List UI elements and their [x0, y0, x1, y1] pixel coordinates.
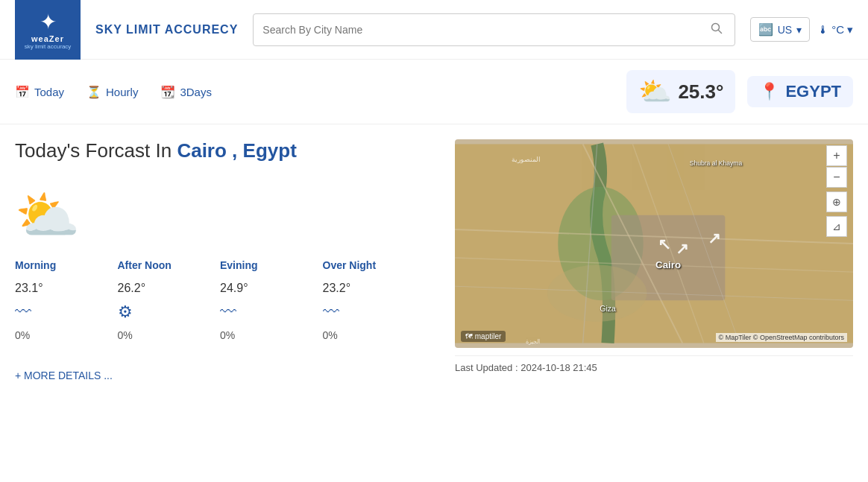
forecast-city: Cairo [177, 139, 226, 162]
pin-icon: 📍 [759, 82, 779, 101]
temp-unit-label: °C [831, 23, 844, 36]
map-attribution-text: © MapTiler © OpenStreetMap contributors [719, 334, 845, 341]
search-icon [711, 22, 723, 34]
period-col: Over Night 23.2° 〰 0% [323, 253, 426, 347]
map-logo: 🗺 maptiler [461, 331, 506, 342]
current-weather-icon: ⛅ [638, 76, 672, 107]
nav-tabs: 📅 Today ⏳ Hourly 📆 3Days [15, 82, 212, 102]
hourglass-icon: ⏳ [87, 85, 101, 99]
main-content: Today's Forcast In Cairo , Egypt ⛅ Morni… [0, 124, 868, 381]
forecast-title: Today's Forcast In Cairo , Egypt [15, 139, 425, 162]
period-temp: 26.2° [118, 282, 221, 295]
map-compass-button[interactable]: ⊕ [826, 191, 847, 212]
header-right: 🔤 US ▾ 🌡 °C ▾ [750, 17, 853, 42]
period-precip: 0% [220, 329, 323, 341]
map-zoom-in-button[interactable]: + [826, 145, 847, 166]
last-updated-value: 2024-10-18 21:45 [521, 362, 597, 373]
map-attribution: © MapTiler © OpenStreetMap contributors [716, 333, 848, 342]
more-details-label: + MORE DETAILS ... [15, 370, 113, 381]
current-location: EGYPT [785, 82, 841, 101]
calendar3-icon: 📆 [160, 85, 175, 99]
period-col: Morning 23.1° 〰 0% [15, 253, 118, 347]
period-precip: 0% [323, 329, 426, 341]
svg-text:↗: ↗ [708, 229, 721, 247]
current-temp: 25.3° [678, 80, 723, 104]
svg-text:↖: ↖ [658, 235, 671, 253]
tab-3days-label: 3Days [180, 86, 212, 98]
svg-line-1 [718, 30, 721, 33]
period-label: Over Night [323, 259, 426, 271]
app-header: ✦ weaZer sky limit accuracy SKY LIMIT AC… [0, 0, 868, 60]
forecast-separator: , [232, 139, 242, 162]
tab-today-label: Today [34, 86, 64, 98]
logo-text: weaZer [31, 34, 64, 43]
svg-text:Shubra al Khayma: Shubra al Khayma [690, 159, 743, 167]
tab-hourly[interactable]: ⏳ Hourly [87, 82, 138, 102]
svg-point-10 [547, 265, 647, 322]
forecast-title-prefix: Today's Forcast In [15, 139, 172, 162]
temp-unit-selector[interactable]: 🌡 °C ▾ [817, 23, 853, 37]
map-controls: + − ⊕ ⊿ [826, 145, 847, 237]
lang-dropdown-icon: ▾ [796, 24, 802, 36]
forecast-weather-icon: ⛅ [15, 185, 425, 246]
period-label: Morning [15, 259, 118, 271]
svg-text:Giza: Giza [600, 305, 616, 313]
forecast-country: Egypt [243, 139, 297, 162]
map-panel: ↗ ↗ ↖ Cairo Giza Shubra al Khayma المنصو… [455, 139, 853, 381]
thermometer-icon: 🌡 [817, 23, 828, 36]
map-container[interactable]: ↗ ↗ ↖ Cairo Giza Shubra al Khayma المنصو… [455, 139, 853, 348]
last-updated: Last Updated : 2024-10-18 21:45 [455, 355, 853, 379]
svg-text:الجيزة: الجيزة [526, 338, 540, 345]
search-input[interactable] [262, 24, 707, 36]
svg-text:Cairo: Cairo [655, 259, 681, 270]
period-temp: 23.2° [323, 282, 426, 295]
svg-text:المنصورية: المنصورية [512, 156, 541, 164]
lang-icon: 🔤 [758, 22, 773, 37]
app-title: SKY LIMIT ACCURECY [95, 23, 238, 37]
period-temp: 23.1° [15, 282, 118, 295]
logo-subtitle: sky limit accuracy [25, 43, 72, 50]
periods-grid: Morning 23.1° 〰 0% After Noon 26.2° ⚙ 0%… [15, 253, 425, 347]
search-bar[interactable] [253, 13, 735, 46]
language-selector[interactable]: 🔤 US ▾ [750, 17, 810, 42]
tab-today[interactable]: 📅 Today [15, 82, 64, 102]
last-updated-label: Last Updated : [455, 362, 518, 373]
period-label: Evining [220, 259, 323, 271]
period-precip: 0% [15, 329, 118, 341]
logo-icon: ✦ [40, 10, 57, 34]
tab-3days[interactable]: 📆 3Days [160, 82, 212, 102]
period-weather-icon: 〰 [220, 302, 323, 322]
period-weather-icon: 〰 [323, 302, 426, 322]
temp-unit-dropdown-icon: ▾ [847, 23, 853, 37]
forecast-panel: Today's Forcast In Cairo , Egypt ⛅ Morni… [15, 139, 433, 381]
calendar-icon: 📅 [15, 85, 30, 99]
svg-text:↗: ↗ [676, 240, 689, 257]
lang-code: US [778, 24, 792, 36]
period-weather-icon: ⚙ [118, 302, 221, 322]
logo: ✦ weaZer sky limit accuracy [15, 0, 81, 60]
map-logo-text: 🗺 maptiler [465, 332, 501, 340]
map-zoom-out-button[interactable]: − [826, 167, 847, 188]
current-location-badge: 📍 EGYPT [747, 76, 853, 107]
more-details-button[interactable]: + MORE DETAILS ... [15, 370, 425, 381]
period-col: Evining 24.9° 〰 0% [220, 253, 323, 347]
period-label: After Noon [118, 259, 221, 271]
search-button[interactable] [708, 19, 726, 40]
nav-right: ⛅ 25.3° 📍 EGYPT [626, 70, 853, 113]
period-col: After Noon 26.2° ⚙ 0% [118, 253, 221, 347]
period-precip: 0% [118, 329, 221, 341]
map-svg: ↗ ↗ ↖ Cairo Giza Shubra al Khayma المنصو… [455, 139, 853, 348]
nav-bar: 📅 Today ⏳ Hourly 📆 3Days ⛅ 25.3° 📍 EGYPT [0, 60, 868, 124]
period-weather-icon: 〰 [15, 302, 118, 322]
period-temp: 24.9° [220, 282, 323, 295]
tab-hourly-label: Hourly [106, 86, 138, 98]
current-weather-badge: ⛅ 25.3° [626, 70, 735, 113]
map-locate-button[interactable]: ⊿ [826, 216, 847, 237]
